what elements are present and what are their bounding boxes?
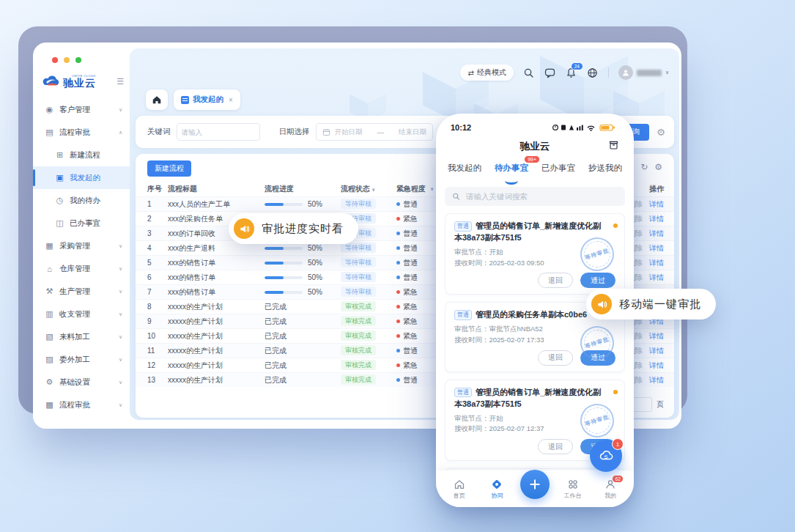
progress-bar: 50%: [265, 273, 322, 281]
sidebar-item[interactable]: ⚙ 基础设置 ∨: [33, 371, 130, 394]
reject-button[interactable]: 退回: [538, 439, 573, 454]
approve-button[interactable]: 通过: [580, 273, 615, 288]
minimize-window-button[interactable]: [64, 57, 70, 63]
chat-icon[interactable]: [544, 67, 556, 78]
filter-settings-gear-icon[interactable]: ⚙: [657, 127, 665, 138]
sidebar-item[interactable]: ▣ 我发起的: [33, 166, 130, 189]
keyword-label: 关键词: [147, 127, 171, 137]
sidebar-item-icon: ⚒: [45, 287, 54, 296]
active-tab-underline: [505, 177, 518, 185]
progress-done-text: 已完成: [265, 302, 286, 312]
col-header-status[interactable]: 流程状态∨: [341, 184, 396, 194]
sidebar-item[interactable]: ⌂ 仓库管理 ∨: [33, 257, 130, 280]
detail-link[interactable]: 详情: [649, 331, 664, 341]
sidebar-item-icon: ▨: [45, 355, 54, 364]
process-title: xxxxx的生产计划: [168, 317, 265, 327]
reject-button[interactable]: 退回: [538, 273, 573, 288]
sync-fab-button[interactable]: 1: [590, 440, 622, 472]
detail-link[interactable]: 详情: [649, 199, 664, 210]
search-icon[interactable]: [523, 67, 535, 78]
detail-link[interactable]: 详情: [649, 214, 664, 224]
approval-card[interactable]: 普通管理员的销售订单_新增速度优化副本38a73副本751f5 等待审批 审批节…: [445, 213, 625, 295]
detail-link[interactable]: 详情: [649, 375, 664, 385]
sidebar-item[interactable]: ⊞ 新建流程: [33, 144, 130, 166]
sidebar-item[interactable]: ▥ 收支管理 ∨: [33, 303, 130, 325]
sidebar-item-icon: ⌂: [45, 265, 54, 273]
status-badge: 审核完成: [341, 360, 376, 370]
urgency-label: 紧急: [403, 331, 418, 341]
create-new-button[interactable]: [520, 470, 550, 499]
sidebar-item[interactable]: ▩ 流程审批 ∨: [33, 394, 130, 416]
urgency-label: 普通: [403, 375, 418, 385]
detail-link[interactable]: 详情: [649, 243, 664, 254]
bell-icon[interactable]: 24: [566, 67, 577, 78]
priority-badge: 普通: [454, 388, 472, 398]
sidebar-item-icon: ▤: [45, 128, 54, 137]
nav-collaboration[interactable]: 协同: [482, 479, 511, 500]
sidebar-collapse-icon[interactable]: ☰: [117, 77, 124, 86]
process-title: xxx的销售订单: [168, 287, 265, 298]
phone-tab[interactable]: 抄送我的: [588, 160, 622, 181]
urgency-dot: [396, 363, 400, 367]
workbench-icon: [567, 479, 579, 490]
switch-icon: ⇄: [467, 69, 473, 77]
sidebar-item-label: 仓库管理: [59, 264, 90, 274]
sidebar-item[interactable]: ▦ 采购管理 ∨: [33, 234, 130, 257]
maximize-window-button[interactable]: [75, 57, 81, 63]
sidebar-item[interactable]: ◷ 我的待办: [33, 189, 130, 212]
reject-button[interactable]: 退回: [538, 350, 573, 366]
nav-home[interactable]: 首页: [445, 479, 474, 500]
detail-link[interactable]: 详情: [649, 229, 664, 239]
phone-tab[interactable]: 已办事宜: [541, 160, 575, 181]
date-range-picker[interactable]: 开始日期 — 结束日期: [316, 123, 434, 141]
sidebar-item[interactable]: ▤ 流程审批 ∧: [33, 121, 130, 144]
sidebar-item[interactable]: ◫ 已办事宜: [33, 212, 130, 234]
new-process-button[interactable]: 新建流程: [147, 160, 191, 177]
sidebar-item[interactable]: ⚒ 生产管理 ∨: [33, 280, 130, 303]
row-number: 1: [147, 200, 168, 208]
status-badge: 等待审核: [341, 199, 376, 209]
urgency-label: 紧急: [403, 214, 418, 224]
row-number: 4: [147, 244, 168, 252]
home-tab-button[interactable]: [146, 89, 168, 110]
nav-profile[interactable]: 我的 62: [596, 479, 625, 500]
detail-link[interactable]: 详情: [649, 258, 664, 268]
sidebar-item-icon: ⚙: [45, 377, 54, 387]
document-icon: [181, 96, 189, 104]
globe-icon[interactable]: [587, 67, 599, 78]
callout-approval-progress: 审批进度实时看: [229, 213, 358, 244]
classic-mode-button[interactable]: ⇄ 经典模式: [460, 64, 513, 81]
detail-link[interactable]: 详情: [649, 346, 664, 356]
approval-card-list: 普通管理员的销售订单_新增速度优化副本38a73副本751f5 等待审批 审批节…: [445, 213, 625, 470]
phone-search-input[interactable]: [465, 191, 618, 202]
user-menu[interactable]: ∨: [618, 65, 669, 80]
fab-badge: 1: [612, 438, 624, 450]
start-date-placeholder: 开始日期: [335, 128, 363, 137]
nav-workbench[interactable]: 工作台: [558, 479, 588, 500]
sidebar-item[interactable]: ◉ 客户管理 ∨: [33, 98, 130, 121]
sidebar-item[interactable]: ▨ 委外加工 ∨: [33, 348, 130, 371]
chevron-icon: ∨: [119, 402, 122, 408]
sidebar-item-icon: ◫: [55, 218, 64, 228]
urgency-dot: [396, 217, 400, 221]
column-settings-icon[interactable]: ⚙: [654, 162, 662, 172]
outbox-icon[interactable]: [608, 139, 619, 150]
urgency-dot: [396, 261, 400, 265]
keyword-input[interactable]: [177, 123, 260, 141]
phone-tab[interactable]: 待办事宜 99+: [495, 160, 528, 181]
urgency-label: 紧急: [403, 317, 418, 327]
phone-search-bar[interactable]: [445, 187, 625, 206]
row-number: 10: [147, 332, 168, 340]
sort-caret-icon: ∨: [371, 187, 375, 192]
close-tab-icon[interactable]: ×: [229, 96, 233, 104]
urgency-dot: [396, 202, 400, 206]
close-window-button[interactable]: [52, 57, 58, 63]
tab-my-initiated[interactable]: 我发起的 ×: [174, 89, 240, 110]
chevron-icon: ∨: [119, 107, 122, 113]
refresh-icon[interactable]: ↻: [640, 162, 648, 172]
phone-tab[interactable]: 我发起的: [448, 160, 481, 181]
detail-link[interactable]: 详情: [649, 361, 664, 371]
detail-link[interactable]: 详情: [649, 273, 664, 283]
sidebar-item[interactable]: ▧ 来料加工 ∨: [33, 325, 130, 348]
home-icon: [454, 479, 465, 490]
